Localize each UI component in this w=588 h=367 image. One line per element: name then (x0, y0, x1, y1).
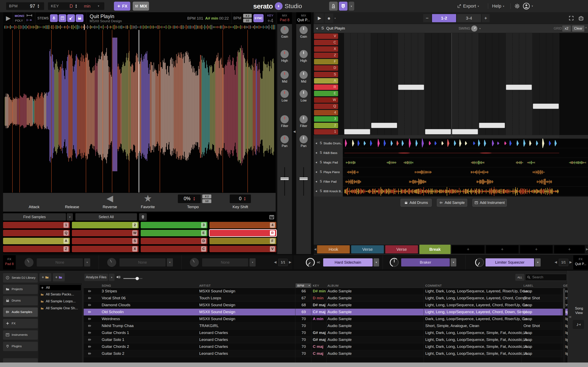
pad-S[interactable]: S (72, 238, 139, 244)
column-header-key[interactable]: KEY (313, 284, 319, 287)
fx-page-next-icon[interactable]: ▶ (289, 260, 291, 264)
crate-all[interactable]: All (39, 285, 81, 291)
pad-C[interactable]: C (141, 246, 208, 252)
add-drum-button[interactable]: Add Drums (401, 199, 432, 207)
tempo-x2-button[interactable]: X 2 (202, 194, 211, 198)
note-block[interactable] (371, 123, 397, 128)
bpm-stepper[interactable]: ▲▼ (37, 4, 40, 8)
mute-icon[interactable] (315, 151, 319, 155)
low-knob[interactable] (281, 90, 289, 98)
trash-button[interactable] (139, 213, 147, 221)
high-knob[interactable] (300, 50, 308, 58)
metronome-button[interactable] (329, 2, 338, 11)
pan-knob[interactable] (281, 135, 289, 143)
seq-row-pad-3[interactable]: 3 (314, 116, 338, 122)
sidebar-item-drums[interactable]: Drums (3, 296, 38, 305)
add-wave-button[interactable]: Add Sample (437, 199, 467, 207)
fx-slot-select[interactable]: None (37, 258, 83, 267)
chevron-down-icon[interactable]: ▾ (535, 258, 541, 267)
filter-knob[interactable] (300, 115, 308, 123)
mute-icon[interactable] (316, 26, 320, 30)
seq-row-pad-E[interactable]: E (314, 91, 338, 96)
settings-gear-button[interactable] (514, 3, 521, 9)
sidebar-item-projects[interactable]: Projects (3, 285, 38, 294)
search-input[interactable] (532, 275, 565, 280)
export-button[interactable]: Export▾ (457, 3, 479, 9)
fx-slot-select[interactable]: Limiter Squeezer (485, 258, 534, 267)
bpm-sync-button[interactable]: SYNC (253, 14, 264, 22)
sidebar-item-plugins[interactable]: Plugins (3, 342, 38, 351)
select-all-button[interactable]: Select All (75, 213, 137, 221)
key-control[interactable]: KEY D ▲▼ min ▾ (48, 2, 104, 10)
note-block[interactable] (344, 129, 370, 134)
fx-slot-select[interactable]: None (120, 258, 165, 267)
pad-2[interactable]: 2 (72, 222, 139, 228)
waveform-overview[interactable] (3, 24, 276, 30)
analyze-files-caret[interactable]: ▾ (109, 274, 114, 281)
fx-slot-select[interactable]: Hard Sidechain (323, 258, 373, 267)
track-waveform[interactable] (343, 139, 588, 148)
grid-scrollbar[interactable]: ⋯ (344, 135, 559, 138)
song-row[interactable]: Guitar Solo 2Leonard Charles70C majAudio… (84, 350, 568, 357)
note-block[interactable] (452, 129, 478, 134)
note-block[interactable] (479, 123, 505, 128)
track-row[interactable]: SMagic Pad (314, 158, 588, 167)
volume-slider[interactable] (123, 278, 143, 279)
loop-play-icon[interactable] (26, 18, 33, 25)
swing-caret[interactable]: ▾ (479, 27, 481, 30)
seq-play-button[interactable]: ▶ (315, 13, 324, 23)
song-row[interactable]: Vocal Shot 06Touch Loops67D minAudio Sam… (84, 295, 568, 302)
key-shift-control[interactable]: 0 ▲▼ (230, 194, 251, 203)
add-smart-crate-button[interactable]: + (53, 273, 65, 281)
scene-add-slot[interactable]: + (452, 245, 484, 253)
down-icon[interactable]: ▼ (75, 6, 77, 8)
fx-knob[interactable] (475, 258, 484, 267)
fx-slot-select[interactable]: Braker (401, 258, 450, 267)
track-waveform[interactable] (343, 158, 588, 167)
add-crate-button[interactable]: + (39, 273, 51, 281)
find-samples-dropdown[interactable]: Find Samples (3, 213, 66, 221)
solo-button[interactable]: S (320, 189, 322, 193)
column-header-comment[interactable]: COMMENT (425, 284, 442, 287)
key-stepper[interactable]: ▲▼ (75, 4, 77, 8)
chevron-down-icon[interactable]: ▾ (450, 258, 456, 267)
bpm-half-button[interactable]: 1/2 (243, 18, 252, 22)
note-block[interactable] (398, 85, 424, 90)
sidebar-item-fx[interactable]: FX (3, 319, 38, 328)
step-sequencer-grid[interactable]: VCXZFDSAREWQ4321 (314, 33, 588, 135)
fader-handle[interactable] (300, 177, 308, 180)
swing-knob[interactable] (471, 25, 477, 32)
stem-melody-button[interactable] (59, 14, 66, 22)
scene-add-slot[interactable]: + (554, 245, 585, 253)
low-knob[interactable] (300, 90, 308, 98)
column-header-label[interactable]: LABEL (523, 284, 534, 287)
song-row[interactable]: 3 StripesMSXII Sound Design66D# minAudio… (84, 288, 568, 295)
preview-volume-icon[interactable] (116, 275, 121, 280)
crate-item[interactable]: All Serato Packs... (39, 292, 81, 298)
stem-vocals-button[interactable] (50, 14, 58, 22)
pad-1[interactable]: 1 (3, 222, 70, 228)
solo-button[interactable]: S (321, 26, 324, 30)
scene-add-slot[interactable]: + (486, 245, 519, 253)
scene-verse[interactable]: Verse (385, 245, 418, 253)
quantize-button[interactable]: Q (339, 2, 347, 11)
seq-row-pad-V[interactable]: V (314, 33, 338, 39)
collapse-pattern-icon[interactable]: ^ (585, 26, 587, 31)
bpm-x2-button[interactable]: X 2 (243, 14, 252, 18)
pad-Z[interactable]: Z (3, 246, 70, 252)
solo-button[interactable]: S (320, 160, 322, 164)
drum-machine-icon[interactable] (577, 15, 585, 22)
column-header-bpm-sorted[interactable]: BPM▲ (296, 284, 311, 288)
analyze-files-button[interactable]: Analyze Files (84, 274, 108, 281)
column-header-artist[interactable]: ARTIST (199, 284, 211, 287)
song-row[interactable]: Nikhil Trump ChaaTRAKGIRL70Audio SampleS… (84, 323, 568, 329)
pad-Q[interactable]: Q (3, 230, 70, 236)
gain-knob[interactable] (300, 26, 308, 34)
seq-row-pad-A[interactable]: A (314, 78, 338, 83)
track-waveform[interactable] (343, 187, 588, 196)
seq-row-pad-2[interactable]: 2 (314, 123, 338, 128)
track-row[interactable]: SStudio Drum... (314, 139, 588, 148)
pad-4[interactable]: 4 (209, 222, 276, 228)
waveform-main[interactable] (3, 30, 276, 192)
mute-icon[interactable] (315, 161, 319, 164)
